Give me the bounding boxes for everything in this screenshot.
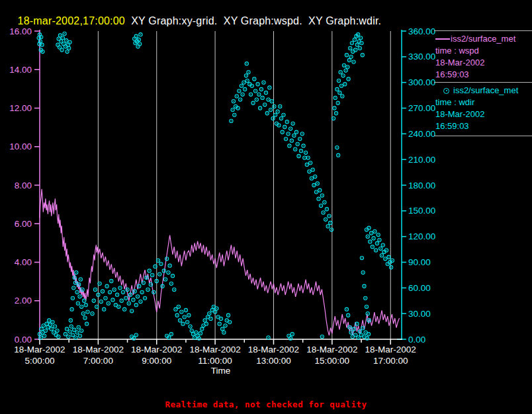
wdir-point-dot — [165, 279, 166, 280]
wdir-point-dot — [353, 329, 355, 330]
wdir-point-dot — [67, 44, 69, 46]
wdir-point-dot — [82, 289, 83, 290]
wdir-point-dot — [245, 75, 247, 77]
wdir-point-dot — [118, 306, 119, 308]
wdir-point-dot — [181, 311, 182, 313]
wdir-point-dot — [275, 114, 276, 116]
wdir-point-dot — [390, 267, 392, 268]
right-axis-tick-label: 270.00 — [408, 103, 435, 113]
wdir-point-dot — [81, 306, 82, 308]
wdir-point-dot — [219, 323, 220, 325]
wdir-point-dot — [257, 83, 259, 85]
wdir-point-dot — [348, 79, 349, 80]
wdir-point-dot — [212, 310, 213, 311]
left-axis-tick-label: 12.00 — [9, 103, 32, 113]
wdir-point-dot — [323, 212, 324, 214]
wdir-point-dot — [347, 315, 349, 316]
time-tick-date-label: 18-Mar-2002 — [365, 345, 416, 354]
wdir-point-dot — [225, 325, 226, 326]
wdir-point-dot — [231, 120, 232, 122]
wdir-point-dot — [220, 318, 222, 319]
wdir-point-dot — [105, 298, 107, 299]
wdir-point-dot — [134, 38, 135, 40]
wdir-point-dot — [360, 38, 361, 39]
wdir-point-dot — [276, 123, 277, 124]
wdir-point-dot — [392, 260, 393, 261]
time-bottom-axis: 18-Mar-20025:00:0018-Mar-20027:00:0018-M… — [14, 339, 416, 366]
wdir-point-dot — [68, 48, 69, 49]
right-axis-tick-label: 180.00 — [408, 181, 435, 190]
wdir-point-dot — [317, 183, 318, 185]
wdir-point-dot — [335, 112, 337, 114]
wdir-point-dot — [200, 333, 201, 334]
wdir-point-dot — [372, 246, 373, 247]
wdir-point-dot — [337, 103, 339, 104]
wdir-point-dot — [78, 284, 79, 285]
wdir-point-dot — [236, 96, 238, 97]
wdir-point-dot — [343, 65, 345, 66]
wdir-point-dot — [148, 289, 149, 290]
wdir-point-dot — [351, 332, 352, 333]
wdir-point-dot — [311, 178, 312, 179]
wdir-point-dot — [274, 106, 275, 107]
wdir-point-dot — [77, 292, 78, 293]
wdir-point-dot — [300, 150, 302, 151]
right-axis-tick-label: 300.00 — [408, 77, 435, 87]
time-tick-date-label: 18-Mar-2002 — [131, 345, 182, 354]
wdir-point-dot — [363, 272, 364, 273]
wdir-point-dot — [60, 35, 61, 36]
wdir-point-dot — [185, 310, 187, 311]
wdir-point-dot — [250, 94, 251, 95]
wdir-point-dot — [341, 85, 342, 87]
wdir-point-dot — [169, 265, 171, 267]
wdir-point-dot — [162, 286, 163, 287]
wdir-point-dot — [351, 42, 353, 44]
wdir-point-dot — [40, 337, 42, 339]
legend-wdir-field: time : wdir — [435, 97, 532, 108]
wdir-point-dot — [287, 121, 288, 122]
wdir-point-dot — [347, 67, 348, 68]
wdir-point-dot — [58, 336, 59, 337]
wdir-point-dot — [325, 219, 326, 220]
wdir-point-dot — [244, 89, 245, 90]
wdir-point-dot — [288, 134, 289, 135]
wdir-point-dot — [149, 270, 150, 272]
wdir-point-dot — [163, 270, 165, 272]
wdir-point-dot — [126, 298, 127, 299]
wdir-point-dot — [255, 91, 256, 92]
wdir-point-dot — [79, 335, 81, 337]
wdir-point-dot — [226, 320, 228, 321]
wdir-point-dot — [329, 216, 330, 217]
time-tick-time-label: 11:00:00 — [198, 356, 232, 366]
wdir-point-dot — [290, 338, 291, 339]
time-tick-time-label: 13:00:00 — [256, 356, 291, 366]
wdir-point-dot — [138, 286, 140, 287]
wdir-point-dot — [143, 282, 144, 284]
left-axis-tick-label: 16.00 — [9, 26, 32, 36]
wdir-point-dot — [80, 279, 81, 280]
wdir-point-dot — [166, 335, 167, 337]
left-axis-tick-label: 2.00 — [15, 296, 32, 306]
time-tick-date-label: 18-Mar-2002 — [189, 345, 240, 354]
wdir-point-dot — [142, 292, 143, 293]
wdir-point-dot — [320, 205, 322, 206]
wdir-point-dot — [322, 195, 323, 196]
wdir-point-dot — [98, 294, 99, 296]
wdir-point-dot — [58, 38, 60, 40]
wdir-point-dot — [101, 301, 102, 302]
wdir-point-dot — [131, 310, 132, 311]
wdir-point-dot — [120, 288, 121, 289]
time-tick-date-label: 18-Mar-2002 — [73, 345, 124, 354]
wdir-point-dot — [140, 301, 142, 302]
left-axis-tick-label: 14.00 — [9, 65, 32, 75]
wdir-point-dot — [375, 231, 376, 232]
right-axis-tick-label: 150.00 — [408, 206, 435, 216]
wdir-point-dot — [353, 62, 355, 63]
wdir-point-dot — [155, 266, 156, 267]
wdir-point-dot — [361, 42, 363, 44]
wdir-point-dot — [39, 333, 40, 335]
legend-wspd-time: 16:59:03 — [435, 69, 532, 81]
wdir-point-dot — [77, 332, 78, 333]
wdir-point-dot — [74, 277, 75, 278]
wdir-point-dot — [79, 296, 81, 297]
